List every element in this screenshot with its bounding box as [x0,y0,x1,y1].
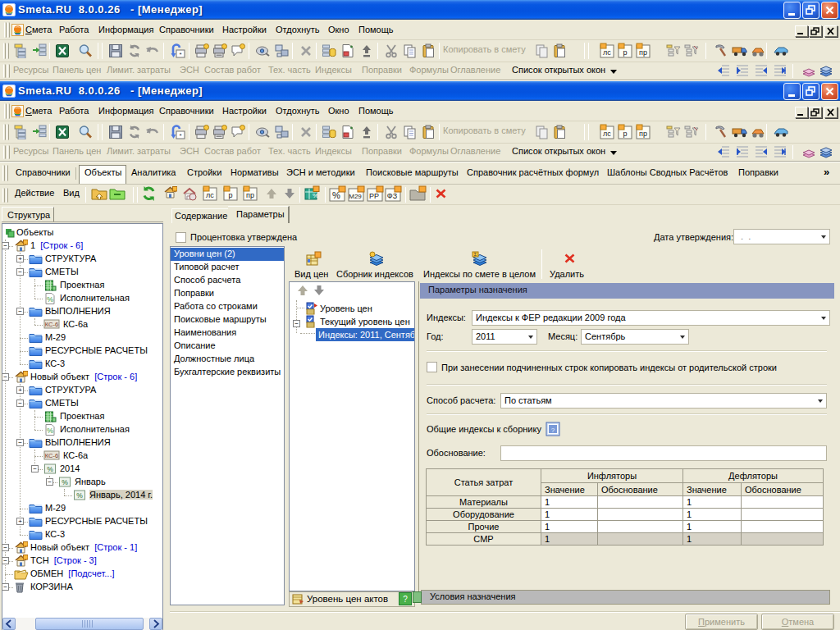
svg-text:р: р [228,191,232,199]
svg-text:%: % [47,465,53,473]
svg-text:ФЗ: ФЗ [387,192,397,200]
svg-text:лс: лс [603,48,611,57]
svg-text:?: ? [551,427,555,434]
svg-text:лс: лс [603,130,611,138]
svg-text:%: % [76,491,83,500]
svg-text:р: р [623,48,627,57]
svg-text:%: % [47,427,53,435]
svg-text:р: р [623,130,627,138]
svg-text:%: % [62,478,68,486]
svg-text:*: * [179,51,181,58]
svg-text:пр: пр [639,130,647,138]
svg-text:?: ? [403,595,408,604]
svg-text:пр: пр [639,48,647,57]
svg-text:КС-6: КС-6 [45,321,58,328]
svg-text:лс: лс [206,191,214,199]
svg-text:%: % [332,190,340,200]
svg-text:М29: М29 [349,193,362,200]
svg-text:пр: пр [246,191,254,199]
svg-text:КС-6: КС-6 [45,452,58,459]
svg-text:%: % [313,192,318,199]
svg-text:РР: РР [369,192,379,200]
svg-text:%: % [47,295,53,304]
svg-text:*: * [179,132,181,139]
svg-text:Σ: Σ [474,252,477,257]
